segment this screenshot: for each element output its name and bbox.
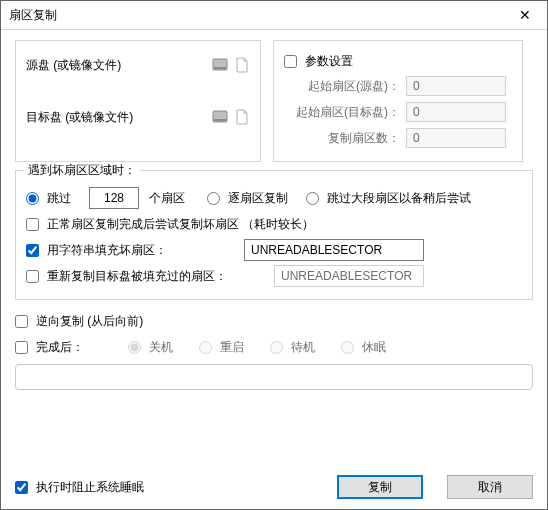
disk-icon[interactable] (212, 57, 228, 73)
target-disk-label: 目标盘 (或镜像文件) (26, 109, 206, 126)
retry-after-check[interactable]: 正常扇区复制完成后尝试复制坏扇区 （耗时较长） (26, 216, 314, 233)
after-shutdown-radio[interactable]: 关机 (128, 339, 173, 356)
close-icon: ✕ (519, 7, 531, 23)
after-standby-radio[interactable]: 待机 (270, 339, 315, 356)
param-count: 复制扇区数： (284, 128, 512, 148)
prevent-sleep-check[interactable]: 执行时阻止系统睡眠 (15, 479, 144, 496)
refill-string-input[interactable] (274, 265, 424, 287)
bad-mode-row: 跳过 个扇区 逐扇区复制 跳过大段扇区以备稍后尝试 (26, 185, 522, 211)
footer: 执行时阻止系统睡眠 复制 取消 (1, 465, 547, 509)
window-title: 扇区复制 (1, 7, 57, 24)
jump-big-radio[interactable]: 跳过大段扇区以备稍后尝试 (306, 190, 471, 207)
source-disk-row: 源盘 (或镜像文件) (26, 53, 250, 77)
svg-point-2 (224, 67, 226, 69)
param-label: 复制扇区数： (284, 130, 406, 147)
cancel-button[interactable]: 取消 (447, 475, 533, 499)
start-source-input[interactable] (406, 76, 506, 96)
fill-row: 用字符串填充坏扇区： (26, 237, 522, 263)
target-disk-row: 目标盘 (或镜像文件) (26, 105, 250, 129)
bad-sector-group: 遇到坏扇区区域时： 跳过 个扇区 逐扇区复制 跳过大段扇区以备稍后尝试 (15, 170, 533, 300)
disk-group: 源盘 (或镜像文件) 目标盘 (或镜像文件) (15, 40, 261, 162)
sector-copy-dialog: 扇区复制 ✕ 源盘 (或镜像文件) 目标盘 (或镜 (0, 0, 548, 510)
skip-unit: 个扇区 (149, 190, 185, 207)
top-row: 源盘 (或镜像文件) 目标盘 (或镜像文件) (15, 40, 533, 162)
param-start-target: 起始扇区(目标盘)： (284, 102, 512, 122)
params-group: 参数设置 起始扇区(源盘)： 起始扇区(目标盘)： 复制扇区数： (273, 40, 523, 162)
fill-check[interactable]: 用字符串填充坏扇区： (26, 242, 226, 259)
source-disk-label: 源盘 (或镜像文件) (26, 57, 206, 74)
copy-button[interactable]: 复制 (337, 475, 423, 499)
fill-string-input[interactable] (244, 239, 424, 261)
dialog-body: 源盘 (或镜像文件) 目标盘 (或镜像文件) (1, 30, 547, 465)
params-title-row: 参数设置 (284, 53, 512, 70)
titlebar: 扇区复制 ✕ (1, 1, 547, 30)
param-start-source: 起始扇区(源盘)： (284, 76, 512, 96)
after-hibernate-radio[interactable]: 休眠 (341, 339, 386, 356)
disk-icon[interactable] (212, 109, 228, 125)
close-button[interactable]: ✕ (503, 1, 547, 29)
start-target-input[interactable] (406, 102, 506, 122)
param-label: 起始扇区(源盘)： (284, 78, 406, 95)
reverse-check[interactable]: 逆向复制 (从后向前) (15, 313, 143, 330)
params-title: 参数设置 (305, 53, 353, 70)
refill-check[interactable]: 重新复制目标盘被填充过的扇区： (26, 268, 256, 285)
progress-box (15, 364, 533, 390)
file-icon[interactable] (234, 109, 250, 125)
param-label: 起始扇区(目标盘)： (284, 104, 406, 121)
after-restart-radio[interactable]: 重启 (199, 339, 244, 356)
per-sector-radio[interactable]: 逐扇区复制 (207, 190, 288, 207)
sector-count-input[interactable] (406, 128, 506, 148)
reverse-row: 逆向复制 (从后向前) (15, 308, 533, 334)
after-row: 完成后： 关机 重启 待机 休眠 (15, 334, 533, 360)
bad-sector-legend: 遇到坏扇区区域时： (24, 162, 140, 179)
params-enable-check[interactable]: 参数设置 (284, 53, 353, 70)
file-icon[interactable] (234, 57, 250, 73)
skip-count-input[interactable] (89, 187, 139, 209)
after-check[interactable]: 完成后： (15, 339, 84, 356)
retry-after-row: 正常扇区复制完成后尝试复制坏扇区 （耗时较长） (26, 211, 522, 237)
refill-row: 重新复制目标盘被填充过的扇区： (26, 263, 522, 289)
skip-radio[interactable]: 跳过 (26, 190, 71, 207)
svg-point-5 (224, 119, 226, 121)
